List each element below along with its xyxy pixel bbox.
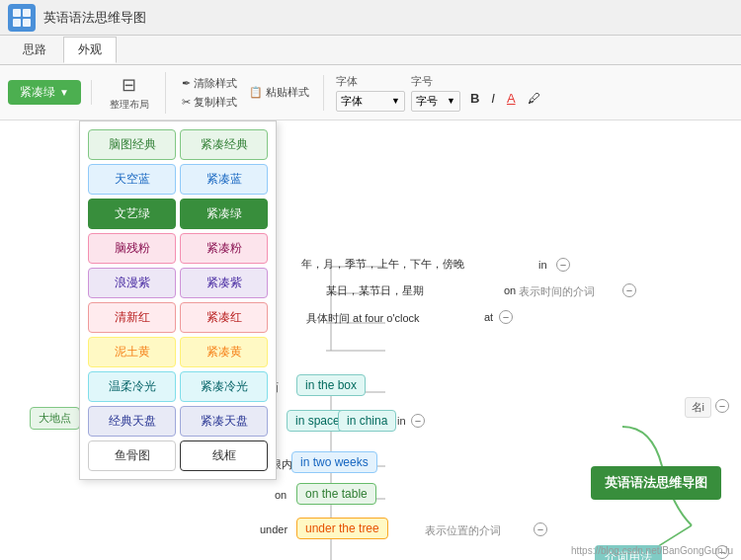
style-item-3[interactable]: 紧凑蓝 — [180, 164, 268, 195]
in-the-box-node[interactable]: in the box — [296, 374, 366, 396]
at-label-1: at — [484, 311, 493, 323]
style-item-0[interactable]: 脑图经典 — [88, 129, 176, 160]
collapse-4[interactable]: − — [411, 414, 425, 428]
style-ops-group: ✒清除样式 ✂复制样式 📋粘贴样式 — [178, 75, 324, 111]
on-label-1: on — [504, 284, 516, 296]
style-item-13[interactable]: 紧凑黄 — [180, 337, 268, 367]
tab-waiguan[interactable]: 外观 — [63, 37, 117, 63]
app-icon — [8, 4, 36, 32]
collapse-3[interactable]: − — [499, 310, 513, 324]
toolbar: 紧凑绿 ▼ ⊟ 整理布局 ✒清除样式 ✂复制样式 📋粘贴样式 字体 字体▼ — [0, 65, 741, 120]
clear-copy-group: ✒清除样式 ✂复制样式 — [178, 75, 241, 111]
style-item-9[interactable]: 紧凑紫 — [180, 268, 268, 298]
left-node: 大地点 — [30, 407, 80, 430]
in-label-1: in — [538, 259, 547, 271]
svg-rect-2 — [13, 19, 21, 27]
some-day-label: 某日，某节日，星期 — [326, 283, 424, 298]
under-the-tree-node[interactable]: under the tree — [296, 518, 388, 539]
right-label: 名i — [685, 397, 711, 418]
style-item-8[interactable]: 浪漫紫 — [88, 268, 176, 298]
tab-bar: 思路 外观 — [0, 36, 741, 65]
clear-style-button[interactable]: ✒清除样式 — [178, 75, 241, 92]
paste-style-button[interactable]: 📋粘贴样式 — [245, 84, 313, 101]
main-title-node: 英语语法思维导图 — [591, 466, 721, 500]
style-item-19[interactable]: 线框 — [180, 440, 268, 471]
font-toolbar: 字体 字体▼ 字号 字号▼ B I A 🖊 — [336, 74, 544, 112]
style-item-14[interactable]: 温柔冷光 — [88, 371, 176, 402]
style-item-17[interactable]: 紧凑天盘 — [180, 406, 268, 437]
style-item-2[interactable]: 天空蓝 — [88, 164, 176, 195]
arrange-group: ⊟ 整理布局 — [104, 72, 166, 114]
main-content: 脑图经典 紧凑经典 天空蓝 紧凑蓝 文艺绿 紧凑绿 脑残粉 紧凑粉 浪漫紫 紧凑… — [0, 120, 741, 560]
style-item-1[interactable]: 紧凑经典 — [180, 129, 268, 160]
on-the-table-node[interactable]: on the table — [296, 483, 376, 505]
italic-button[interactable]: I — [487, 89, 499, 108]
style-item-12[interactable]: 泥土黄 — [88, 337, 176, 367]
svg-rect-0 — [13, 9, 21, 17]
tab-silu[interactable]: 思路 — [8, 37, 61, 63]
style-button[interactable]: 紧凑绿 ▼ — [8, 80, 81, 105]
svg-rect-1 — [23, 9, 31, 17]
fontsize-select[interactable]: 字号▼ — [411, 91, 460, 112]
highlight-button[interactable]: 🖊 — [524, 89, 544, 108]
style-item-4[interactable]: 文艺绿 — [88, 199, 176, 229]
font-color-button[interactable]: A — [503, 89, 520, 108]
on-label-2: on — [275, 489, 287, 501]
fontsize-label: 字号 — [411, 74, 460, 89]
style-item-10[interactable]: 清新红 — [88, 302, 176, 333]
svg-rect-3 — [23, 19, 31, 27]
bold-button[interactable]: B — [466, 89, 483, 108]
time-labels: 年，月，季节，上午，下午，傍晚 — [301, 257, 464, 272]
style-dropdown: 脑图经典 紧凑经典 天空蓝 紧凑蓝 文艺绿 紧凑绿 脑残粉 紧凑粉 浪漫紫 紧凑… — [79, 120, 277, 480]
time-desc: 表示时间的介词 — [519, 284, 595, 299]
style-item-7[interactable]: 紧凑粉 — [180, 233, 268, 264]
collapse-5[interactable]: − — [534, 522, 547, 536]
under-label: under — [260, 523, 288, 535]
position-desc: 表示位置的介词 — [425, 523, 501, 538]
style-grid: 脑图经典 紧凑经典 天空蓝 紧凑蓝 文艺绿 紧凑绿 脑残粉 紧凑粉 浪漫紫 紧凑… — [88, 129, 268, 471]
page-title: 英语语法思维导图 — [43, 9, 146, 27]
font-select[interactable]: 字体▼ — [336, 91, 405, 112]
style-item-16[interactable]: 经典天盘 — [88, 406, 176, 437]
watermark: https://blog.csdn.net/BanGongGunJu — [571, 545, 733, 556]
copy-style-button[interactable]: ✂复制样式 — [178, 94, 241, 111]
style-item-15[interactable]: 紧凑冷光 — [180, 371, 268, 402]
style-item-6[interactable]: 脑残粉 — [88, 233, 176, 264]
collapse-1[interactable]: − — [556, 258, 570, 272]
style-item-18[interactable]: 鱼骨图 — [88, 440, 176, 471]
in-label-2: in — [397, 415, 406, 427]
in-two-weeks-node[interactable]: in two weeks — [291, 451, 377, 473]
font-label: 字体 — [336, 74, 405, 89]
collapse-2[interactable]: − — [622, 283, 636, 297]
specific-time-label: 具体时间 at four o'clock — [306, 311, 420, 326]
in-china-node[interactable]: in china — [338, 410, 396, 432]
title-bar: 英语语法思维导图 — [0, 0, 741, 36]
collapse-right[interactable]: − — [715, 399, 729, 413]
style-group: 紧凑绿 ▼ — [8, 80, 92, 105]
style-item-5[interactable]: 紧凑绿 — [180, 199, 268, 229]
style-item-11[interactable]: 紧凑红 — [180, 302, 268, 333]
arrange-layout-button[interactable]: ⊟ 整理布局 — [104, 72, 155, 114]
